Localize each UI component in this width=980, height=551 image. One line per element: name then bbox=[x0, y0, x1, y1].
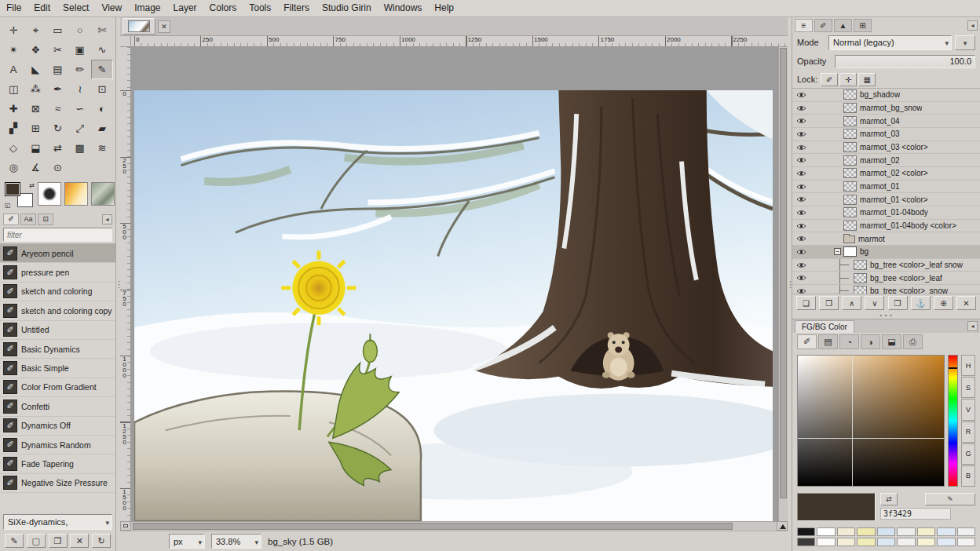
tab-gimp-selector[interactable]: ✐ bbox=[797, 334, 817, 349]
palette-swatch[interactable] bbox=[957, 538, 975, 546]
menubar-item[interactable]: Windows bbox=[378, 0, 429, 16]
group-expander-icon[interactable] bbox=[834, 209, 841, 216]
tab-layers[interactable]: ≡ bbox=[795, 19, 813, 32]
layer-visibility-toggle[interactable] bbox=[796, 128, 810, 140]
layer-row[interactable]: marmot_04 bbox=[792, 115, 980, 128]
palette-swatch[interactable] bbox=[857, 538, 875, 546]
layer-link-slot[interactable] bbox=[810, 141, 834, 154]
layer-row[interactable]: bg_tree <color>_snow bbox=[792, 285, 980, 294]
tool-airbrush[interactable]: ⁂ bbox=[24, 79, 46, 99]
layer-visibility-toggle[interactable] bbox=[796, 193, 810, 206]
new-layer-button[interactable]: ❏ bbox=[796, 296, 816, 310]
unit-select[interactable]: px bbox=[169, 534, 205, 549]
palette-swatch[interactable] bbox=[797, 538, 815, 546]
layer-link-slot[interactable] bbox=[810, 167, 834, 180]
group-expander-icon[interactable] bbox=[834, 130, 841, 137]
tool-scissors-select[interactable]: ✂ bbox=[46, 40, 68, 60]
tool-shear[interactable]: ▰ bbox=[91, 119, 113, 138]
palette-swatch[interactable] bbox=[877, 538, 895, 546]
group-expander-icon[interactable] bbox=[834, 222, 841, 229]
layer-link-slot[interactable] bbox=[810, 285, 834, 294]
group-expander-icon[interactable] bbox=[834, 183, 841, 190]
group-expander-icon[interactable] bbox=[834, 104, 841, 111]
layer-row[interactable]: bg_tree <color>_leaf bbox=[792, 272, 980, 285]
tab-cmyk[interactable]: ▤ bbox=[818, 334, 838, 349]
tool-move[interactable]: ✛ bbox=[2, 20, 24, 40]
scrollbar-thumb[interactable] bbox=[780, 48, 787, 498]
layer-link-slot[interactable] bbox=[810, 115, 834, 127]
dynamics-list-item[interactable]: Aryeom pencil bbox=[0, 244, 115, 263]
layer-row[interactable]: marmot_03 <color> bbox=[792, 141, 980, 155]
tool-crop[interactable]: ▞ bbox=[2, 119, 24, 138]
swap-colors-button[interactable]: ⇄ bbox=[880, 493, 898, 505]
panel-menu-button[interactable] bbox=[967, 321, 978, 331]
canvas-artwork[interactable] bbox=[134, 90, 773, 521]
palette-swatch[interactable] bbox=[877, 527, 895, 536]
dynamics-list-item[interactable]: sketch and coloring copy bbox=[0, 301, 115, 320]
layer-row[interactable]: marmot bbox=[792, 232, 980, 246]
layer-link-slot[interactable] bbox=[810, 154, 834, 166]
menubar-item[interactable]: File bbox=[0, 0, 27, 16]
dynamics-list-item[interactable]: sketch and coloring bbox=[0, 283, 115, 301]
layer-row[interactable]: bg_shadow bbox=[792, 89, 980, 102]
layer-row[interactable]: marmot_01-04body <color> bbox=[792, 220, 980, 233]
tool-clone[interactable]: ⊡ bbox=[91, 79, 113, 99]
layer-link-slot[interactable] bbox=[810, 206, 834, 219]
horizontal-scrollbar[interactable] bbox=[131, 521, 777, 531]
menubar-item[interactable]: Layer bbox=[167, 0, 203, 16]
duplicate-layer-button[interactable]: ❐ bbox=[888, 296, 908, 310]
palette-swatch[interactable] bbox=[897, 538, 915, 546]
layer-visibility-toggle[interactable] bbox=[796, 232, 810, 245]
dynamics-list-item[interactable]: Confetti bbox=[0, 397, 115, 416]
dynamics-list-item[interactable]: Color From Gradient bbox=[0, 378, 115, 397]
fg-bg-colors-widget[interactable] bbox=[5, 182, 35, 209]
layer-row[interactable]: marmot_01 <color> bbox=[792, 193, 980, 206]
edit-color-button[interactable]: ✎ bbox=[925, 493, 975, 505]
dynamics-list-item[interactable]: Untitled bbox=[0, 321, 115, 340]
tool-heal[interactable]: ✚ bbox=[2, 99, 24, 119]
dock-resize-handle[interactable] bbox=[792, 312, 980, 319]
menubar-item[interactable]: Filters bbox=[277, 0, 316, 16]
tool-ellipse-select[interactable]: ○ bbox=[69, 20, 91, 40]
opacity-slider[interactable]: 100.0 bbox=[835, 55, 975, 68]
current-color-swatch[interactable] bbox=[797, 493, 876, 521]
menubar-item[interactable]: Edit bbox=[27, 0, 57, 16]
duplicate-dynamics-button[interactable]: ❐ bbox=[49, 534, 68, 548]
tool-measure[interactable]: ∡ bbox=[24, 158, 46, 177]
group-expander-icon[interactable] bbox=[834, 235, 841, 243]
tool-dodge-burn[interactable]: ◐ bbox=[91, 99, 113, 119]
mode-switch-button[interactable] bbox=[955, 35, 975, 50]
menubar-item[interactable]: View bbox=[95, 0, 128, 16]
gradient-preview[interactable] bbox=[64, 182, 88, 206]
layer-link-slot[interactable] bbox=[810, 220, 834, 232]
tool-color-picker[interactable]: ◎ bbox=[2, 158, 24, 177]
dynamics-list-item[interactable]: Basic Dynamics bbox=[0, 340, 115, 359]
tool-perspective[interactable]: ◇ bbox=[2, 138, 24, 158]
tab-fonts[interactable]: Aa bbox=[20, 213, 36, 225]
layer-link-slot[interactable] bbox=[810, 259, 834, 272]
tab-palette[interactable]: ⬓ bbox=[882, 334, 901, 349]
scrollbar-thumb[interactable] bbox=[133, 523, 733, 530]
channel-button[interactable]: V bbox=[961, 399, 975, 420]
layer-visibility-toggle[interactable] bbox=[796, 115, 810, 127]
tool-rectangle-select[interactable]: ▭ bbox=[46, 20, 68, 40]
delete-dynamics-button[interactable]: ✕ bbox=[70, 534, 89, 548]
layer-link-slot[interactable] bbox=[810, 232, 834, 245]
tool-paintbrush[interactable]: ✎ bbox=[91, 60, 113, 79]
edit-dynamics-button[interactable]: ✎ bbox=[5, 534, 24, 548]
layer-visibility-toggle[interactable] bbox=[796, 259, 810, 272]
channel-button[interactable]: R bbox=[961, 421, 975, 443]
tab-scales[interactable]: ⎙ bbox=[903, 334, 923, 349]
collapse-dock-button[interactable] bbox=[102, 214, 112, 224]
layer-visibility-toggle[interactable] bbox=[796, 272, 810, 284]
new-group-button[interactable]: ❒ bbox=[819, 296, 839, 310]
tool-smudge[interactable]: ∽ bbox=[69, 99, 91, 119]
dynamics-list-item[interactable]: pressure pen bbox=[0, 263, 115, 282]
tab-patterns[interactable]: ▲ bbox=[834, 19, 852, 32]
layer-row[interactable]: marmot_bg_snow bbox=[792, 102, 980, 115]
tool-unified-transform[interactable]: ⊞ bbox=[24, 119, 46, 138]
raise-layer-button[interactable]: ∧ bbox=[842, 296, 861, 310]
vertical-scrollbar[interactable] bbox=[778, 47, 788, 521]
tool-eraser[interactable]: ◫ bbox=[2, 79, 24, 99]
tool-warp-transform[interactable]: ≋ bbox=[91, 138, 113, 158]
